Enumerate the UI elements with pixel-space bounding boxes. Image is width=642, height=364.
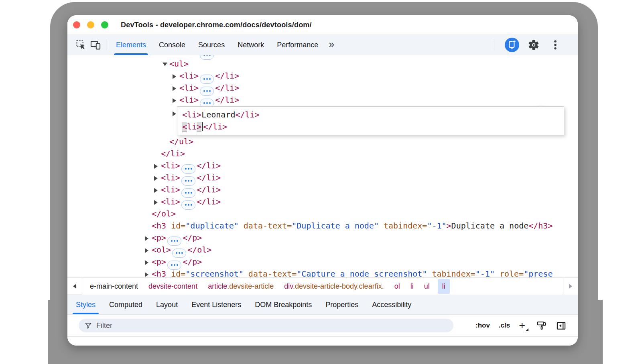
zoom-window-button[interactable]: [101, 21, 108, 28]
code-token: </li>: [215, 55, 239, 57]
plus-icon: +: [519, 320, 525, 332]
expand-arrow-icon[interactable]: [154, 172, 161, 184]
dom-tree-row[interactable]: <li></li>: [67, 94, 578, 106]
code-token: data-text=: [239, 221, 292, 231]
expand-arrow-icon[interactable]: [173, 71, 179, 83]
chevron-right-icon: [569, 284, 572, 289]
toggle-element-state-button[interactable]: :hov: [475, 322, 490, 330]
tab-label: Properties: [325, 301, 358, 309]
breadcrumb-scroll-right-button[interactable]: [563, 278, 578, 295]
dom-tree-row[interactable]: <ul>: [67, 58, 578, 70]
code-token: role=: [495, 269, 524, 277]
tab-event-listeners[interactable]: Event Listeners: [185, 295, 248, 314]
dom-tree-row[interactable]: <li></li>: [67, 184, 578, 196]
dom-tree-row[interactable]: <li></li>: [67, 172, 578, 184]
tab-styles[interactable]: Styles: [69, 295, 102, 314]
ellipsis-dot: [191, 204, 192, 206]
expand-ellipsis-button[interactable]: [181, 200, 195, 210]
code-token: "-1": [475, 269, 495, 277]
new-style-rule-button[interactable]: +: [519, 322, 528, 330]
styles-pane-edge: [67, 336, 578, 346]
code-token: "screenshot": [185, 269, 244, 277]
inspect-element-button[interactable]: [74, 38, 88, 52]
breadcrumb-item[interactable]: li: [438, 279, 450, 294]
expand-arrow-icon[interactable]: [145, 269, 152, 278]
breadcrumb-token: li: [410, 282, 414, 290]
element-classes-button[interactable]: .cls: [499, 322, 510, 330]
settings-button[interactable]: [526, 38, 541, 52]
minimize-window-button[interactable]: [87, 21, 94, 28]
code-token: Duplicate a node: [451, 221, 529, 231]
dom-tree-row[interactable]: </ul>: [67, 135, 578, 148]
expand-ellipsis-button[interactable]: [200, 55, 214, 60]
dom-tree-row[interactable]: </ol>: [67, 208, 578, 220]
dom-breadcrumb-bar: e-main-contentdevsite-contentarticle.dev…: [67, 277, 578, 295]
breadcrumb-item[interactable]: ul: [424, 282, 430, 291]
breadcrumb-item[interactable]: li: [410, 282, 414, 291]
dom-tree-row[interactable]: <li></li>: [67, 70, 578, 82]
expand-arrow-icon[interactable]: [145, 245, 152, 257]
dom-tree-row[interactable]: <p></p>: [67, 232, 578, 244]
code-token: </li>: [215, 95, 239, 105]
code-token: <ol>: [152, 245, 171, 255]
expand-arrow-icon[interactable]: [145, 257, 152, 269]
code-token: </ol>: [187, 245, 211, 255]
styles-filter-bar: Filter :hov .cls +: [67, 315, 578, 336]
tab-label: Console: [159, 41, 185, 49]
tab-console[interactable]: Console: [152, 35, 192, 55]
dock-side-button[interactable]: [556, 320, 567, 331]
expand-arrow-icon[interactable]: [154, 196, 161, 208]
tab-elements[interactable]: Elements: [110, 35, 152, 55]
code-token: <p>: [152, 233, 166, 243]
device-toolbar-button[interactable]: [88, 38, 103, 52]
code-token: <li>: [179, 95, 199, 105]
dom-edit-textbox[interactable]: <li>Leonard</li><li></li>: [177, 106, 564, 135]
panel-tabs: ElementsConsoleSourcesNetworkPerformance: [110, 35, 325, 55]
triangle-glyph: [154, 176, 158, 181]
dom-tree-row[interactable]: <h3 id="duplicate" data-text="Duplicate …: [67, 220, 578, 232]
expand-arrow-icon[interactable]: [173, 95, 179, 107]
collapse-arrow-icon[interactable]: [163, 59, 169, 71]
tab-accessibility[interactable]: Accessibility: [365, 295, 418, 314]
tab-network[interactable]: Network: [231, 35, 270, 55]
tab-properties[interactable]: Properties: [319, 295, 365, 314]
dom-tree-row[interactable]: <p></p>: [67, 256, 578, 268]
code-token: <li>: [161, 197, 180, 206]
tab-dom-breakpoints[interactable]: DOM Breakpoints: [248, 295, 319, 314]
rendering-emulation-button[interactable]: [536, 320, 547, 331]
breadcrumb-item[interactable]: devsite-content: [148, 282, 197, 291]
breadcrumb-item[interactable]: ol: [394, 282, 400, 291]
triangle-glyph: [145, 248, 148, 253]
tab-sources[interactable]: Sources: [192, 35, 231, 55]
feature-badge-button[interactable]: [505, 38, 519, 52]
more-options-button[interactable]: [548, 38, 563, 52]
dom-tree-row[interactable]: <li></li>: [67, 196, 578, 208]
dom-tree-row[interactable]: <h3 id="screenshot" data-text="Capture a…: [67, 268, 578, 277]
expand-arrow-icon[interactable]: [145, 233, 152, 245]
expand-arrow-icon[interactable]: [154, 184, 161, 196]
code-token: Leonard: [201, 110, 235, 119]
dom-tree-row[interactable]: <li></li>: [67, 82, 578, 94]
dom-tree-row[interactable]: </li>: [67, 148, 578, 160]
tab-layout[interactable]: Layout: [149, 295, 185, 314]
ellipsis-dot: [188, 168, 189, 170]
tab-performance[interactable]: Performance: [270, 35, 325, 55]
breadcrumb-token: li: [442, 282, 445, 290]
tab-computed[interactable]: Computed: [102, 295, 149, 314]
ellipsis-dot: [206, 90, 208, 92]
close-window-button[interactable]: [73, 21, 80, 28]
breadcrumb-item[interactable]: e-main-content: [90, 282, 138, 291]
expand-arrow-icon[interactable]: [173, 83, 179, 95]
breadcrumb-scroll-left-button[interactable]: [67, 278, 82, 295]
breadcrumb-item[interactable]: article.devsite-article: [208, 282, 274, 291]
breadcrumb-item[interactable]: div.devsite-article-body.clearfix.: [284, 282, 384, 291]
expand-arrow-icon[interactable]: [154, 160, 161, 172]
code-token: "duplicate": [185, 221, 238, 231]
more-panels-button[interactable]: »: [325, 38, 338, 50]
dom-tree-row[interactable]: <ol></ol>: [67, 244, 578, 256]
dom-tree-row[interactable]: <li>Leonard</li><li></li>: [67, 106, 578, 135]
edit-line: <li>Leonard</li>: [182, 109, 564, 121]
breadcrumb-token: .devsite-article: [227, 282, 274, 290]
dom-tree-row[interactable]: <li></li>: [67, 160, 578, 172]
styles-filter-input[interactable]: Filter: [79, 319, 453, 332]
